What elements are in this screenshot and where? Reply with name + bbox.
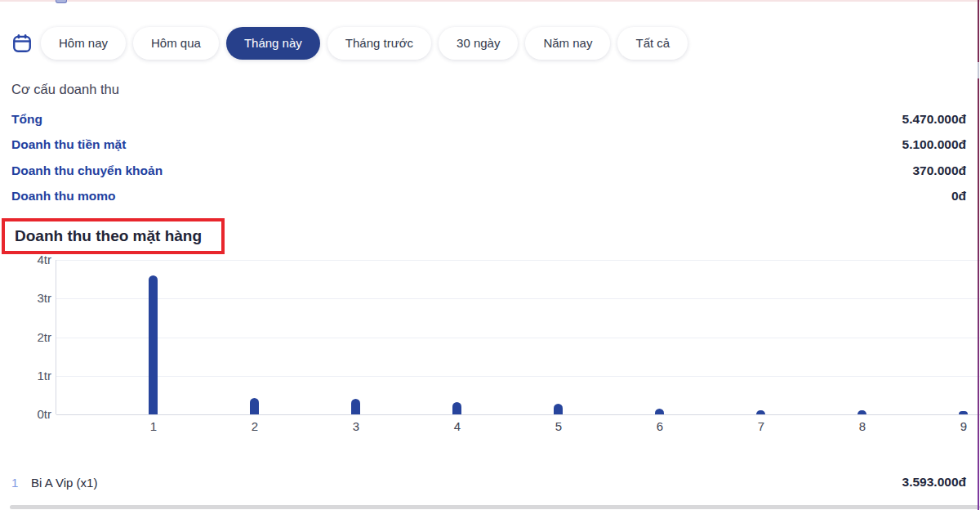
chart-bar-5[interactable] — [554, 404, 563, 414]
y-axis-tick-label: 0tr — [0, 407, 51, 421]
y-axis-line — [56, 260, 56, 414]
chart-bar-7[interactable] — [756, 410, 765, 414]
bar-chart: 0tr1tr2tr3tr4tr123456789 — [0, 0, 980, 510]
y-axis-tick-label: 2tr — [0, 330, 51, 344]
x-axis-tick-label: 2 — [238, 419, 271, 433]
chart-gridline — [56, 414, 980, 415]
x-axis-tick-label: 3 — [340, 419, 372, 433]
legend-value: 3.593.000đ — [902, 475, 966, 490]
y-axis-tick-label: 4tr — [0, 253, 51, 266]
x-axis-tick-label: 4 — [441, 419, 474, 433]
legend-row[interactable]: 1Bi A Vip (x1)3.593.000đ — [11, 472, 966, 492]
x-axis-tick-label: 1 — [137, 419, 170, 433]
horizontal-scrollbar[interactable] — [10, 505, 980, 509]
chart-gridline — [56, 260, 980, 261]
chart-bar-4[interactable] — [452, 402, 461, 414]
vertical-scrollbar-thumb-gap — [978, 62, 979, 78]
chart-gridline — [56, 338, 980, 338]
chart-bar-9[interactable] — [959, 411, 968, 414]
chart-bar-3[interactable] — [351, 399, 360, 414]
chart-bar-1[interactable] — [149, 275, 158, 414]
revenue-dashboard: Hôm nayHôm quaTháng nàyTháng trước30 ngà… — [0, 0, 980, 510]
chart-gridline — [56, 376, 980, 377]
chart-bar-6[interactable] — [655, 409, 664, 414]
y-axis-tick-label: 3tr — [0, 291, 51, 305]
chart-bar-2[interactable] — [250, 398, 259, 414]
legend-index: 1 — [11, 476, 31, 490]
x-axis-tick-label: 5 — [542, 419, 575, 433]
y-axis-tick-label: 1tr — [0, 369, 51, 382]
chart-bar-8[interactable] — [858, 410, 866, 414]
x-axis-tick-label: 6 — [644, 419, 676, 433]
chart-gridline — [56, 298, 980, 299]
legend-label: Bi A Vip (x1) — [31, 476, 97, 490]
chart-legend: 1Bi A Vip (x1)3.593.000đ — [11, 472, 966, 492]
x-axis-tick-label: 8 — [846, 419, 879, 433]
x-axis-tick-label: 9 — [947, 419, 980, 433]
x-axis-tick-label: 7 — [745, 419, 777, 433]
